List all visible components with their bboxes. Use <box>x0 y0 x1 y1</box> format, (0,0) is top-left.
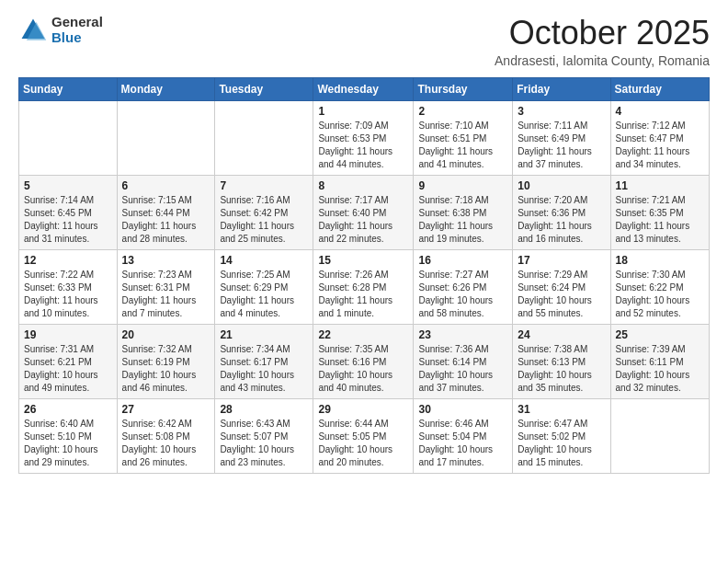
day-info: Sunrise: 7:22 AM Sunset: 6:33 PM Dayligh… <box>24 269 112 320</box>
day-info: Sunrise: 7:26 AM Sunset: 6:28 PM Dayligh… <box>318 269 408 320</box>
page: General Blue October 2025 Andrasesti, Ia… <box>0 0 728 563</box>
day-number: 22 <box>318 328 408 341</box>
day-info: Sunrise: 7:31 AM Sunset: 6:21 PM Dayligh… <box>24 343 112 395</box>
calendar-week-row: 1Sunrise: 7:09 AM Sunset: 6:53 PM Daylig… <box>19 100 710 175</box>
day-number: 5 <box>24 179 112 192</box>
day-info: Sunrise: 7:14 AM Sunset: 6:45 PM Dayligh… <box>24 194 112 246</box>
calendar-cell <box>117 100 215 175</box>
day-info: Sunrise: 7:29 AM Sunset: 6:24 PM Dayligh… <box>518 269 605 320</box>
logo-icon <box>18 16 48 45</box>
day-info: Sunrise: 7:27 AM Sunset: 6:26 PM Dayligh… <box>418 269 507 320</box>
day-number: 6 <box>122 179 210 192</box>
day-number: 21 <box>220 328 308 341</box>
day-info: Sunrise: 7:15 AM Sunset: 6:44 PM Dayligh… <box>122 194 210 246</box>
day-info: Sunrise: 7:16 AM Sunset: 6:42 PM Dayligh… <box>220 194 308 246</box>
day-info: Sunrise: 6:42 AM Sunset: 5:08 PM Dayligh… <box>122 418 210 469</box>
calendar-cell: 31Sunrise: 6:47 AM Sunset: 5:02 PM Dayli… <box>513 398 610 473</box>
calendar-cell: 16Sunrise: 7:27 AM Sunset: 6:26 PM Dayli… <box>414 249 513 324</box>
calendar-cell: 29Sunrise: 6:44 AM Sunset: 5:05 PM Dayli… <box>313 398 414 473</box>
calendar-cell: 10Sunrise: 7:20 AM Sunset: 6:36 PM Dayli… <box>513 175 610 249</box>
day-info: Sunrise: 6:46 AM Sunset: 5:04 PM Dayligh… <box>418 418 507 469</box>
day-info: Sunrise: 7:32 AM Sunset: 6:19 PM Dayligh… <box>122 343 210 395</box>
calendar-week-row: 12Sunrise: 7:22 AM Sunset: 6:33 PM Dayli… <box>19 249 710 324</box>
header-saturday: Saturday <box>610 77 709 100</box>
day-info: Sunrise: 7:09 AM Sunset: 6:53 PM Dayligh… <box>318 120 408 171</box>
calendar-cell: 28Sunrise: 6:43 AM Sunset: 5:07 PM Dayli… <box>215 398 313 473</box>
day-number: 15 <box>318 254 408 267</box>
day-number: 26 <box>24 403 112 416</box>
day-number: 18 <box>616 254 704 267</box>
calendar-cell <box>19 100 118 175</box>
day-number: 3 <box>518 105 605 118</box>
day-info: Sunrise: 7:17 AM Sunset: 6:40 PM Dayligh… <box>318 194 408 246</box>
calendar-cell: 1Sunrise: 7:09 AM Sunset: 6:53 PM Daylig… <box>313 100 414 175</box>
day-info: Sunrise: 7:39 AM Sunset: 6:11 PM Dayligh… <box>616 343 704 395</box>
day-info: Sunrise: 7:21 AM Sunset: 6:35 PM Dayligh… <box>616 194 704 246</box>
day-number: 4 <box>616 105 704 118</box>
day-number: 1 <box>318 105 408 118</box>
calendar-cell: 6Sunrise: 7:15 AM Sunset: 6:44 PM Daylig… <box>117 175 215 249</box>
day-number: 20 <box>122 328 210 341</box>
day-number: 2 <box>418 105 507 118</box>
day-number: 10 <box>518 179 605 192</box>
calendar-cell: 3Sunrise: 7:11 AM Sunset: 6:49 PM Daylig… <box>513 100 610 175</box>
calendar-cell: 2Sunrise: 7:10 AM Sunset: 6:51 PM Daylig… <box>414 100 513 175</box>
title-block: October 2025 Andrasesti, Ialomita County… <box>495 15 710 68</box>
day-number: 19 <box>24 328 112 341</box>
calendar-cell: 19Sunrise: 7:31 AM Sunset: 6:21 PM Dayli… <box>19 324 118 398</box>
calendar-cell: 20Sunrise: 7:32 AM Sunset: 6:19 PM Dayli… <box>117 324 215 398</box>
header-friday: Friday <box>513 77 610 100</box>
day-number: 16 <box>418 254 507 267</box>
calendar-cell: 12Sunrise: 7:22 AM Sunset: 6:33 PM Dayli… <box>19 249 118 324</box>
header-wednesday: Wednesday <box>313 77 414 100</box>
calendar-week-row: 26Sunrise: 6:40 AM Sunset: 5:10 PM Dayli… <box>19 398 710 473</box>
calendar-cell <box>215 100 313 175</box>
header-sunday: Sunday <box>19 77 118 100</box>
day-info: Sunrise: 7:12 AM Sunset: 6:47 PM Dayligh… <box>616 120 704 171</box>
calendar-cell: 25Sunrise: 7:39 AM Sunset: 6:11 PM Dayli… <box>610 324 709 398</box>
day-info: Sunrise: 7:11 AM Sunset: 6:49 PM Dayligh… <box>518 120 605 171</box>
logo-general-text: General <box>51 15 103 30</box>
calendar-cell: 21Sunrise: 7:34 AM Sunset: 6:17 PM Dayli… <box>215 324 313 398</box>
day-number: 24 <box>518 328 605 341</box>
calendar-cell: 23Sunrise: 7:36 AM Sunset: 6:14 PM Dayli… <box>414 324 513 398</box>
header-monday: Monday <box>117 77 215 100</box>
calendar-week-row: 19Sunrise: 7:31 AM Sunset: 6:21 PM Dayli… <box>19 324 710 398</box>
logo-blue-text: Blue <box>51 30 103 46</box>
day-number: 25 <box>616 328 704 341</box>
day-info: Sunrise: 7:34 AM Sunset: 6:17 PM Dayligh… <box>220 343 308 395</box>
day-info: Sunrise: 7:36 AM Sunset: 6:14 PM Dayligh… <box>418 343 507 395</box>
logo-text: General Blue <box>51 15 103 45</box>
day-number: 23 <box>418 328 507 341</box>
day-number: 7 <box>220 179 308 192</box>
day-number: 27 <box>122 403 210 416</box>
calendar-cell: 26Sunrise: 6:40 AM Sunset: 5:10 PM Dayli… <box>19 398 118 473</box>
calendar-cell: 13Sunrise: 7:23 AM Sunset: 6:31 PM Dayli… <box>117 249 215 324</box>
calendar-cell: 27Sunrise: 6:42 AM Sunset: 5:08 PM Dayli… <box>117 398 215 473</box>
day-info: Sunrise: 6:47 AM Sunset: 5:02 PM Dayligh… <box>518 418 605 469</box>
calendar-cell: 8Sunrise: 7:17 AM Sunset: 6:40 PM Daylig… <box>313 175 414 249</box>
day-info: Sunrise: 7:18 AM Sunset: 6:38 PM Dayligh… <box>418 194 507 246</box>
calendar-cell: 15Sunrise: 7:26 AM Sunset: 6:28 PM Dayli… <box>313 249 414 324</box>
day-number: 12 <box>24 254 112 267</box>
day-info: Sunrise: 7:30 AM Sunset: 6:22 PM Dayligh… <box>616 269 704 320</box>
header: General Blue October 2025 Andrasesti, Ia… <box>18 15 710 68</box>
calendar-cell: 14Sunrise: 7:25 AM Sunset: 6:29 PM Dayli… <box>215 249 313 324</box>
day-number: 31 <box>518 403 605 416</box>
day-number: 13 <box>122 254 210 267</box>
day-number: 28 <box>220 403 308 416</box>
day-info: Sunrise: 7:10 AM Sunset: 6:51 PM Dayligh… <box>418 120 507 171</box>
weekday-header-row: Sunday Monday Tuesday Wednesday Thursday… <box>19 77 710 100</box>
day-number: 17 <box>518 254 605 267</box>
day-info: Sunrise: 6:40 AM Sunset: 5:10 PM Dayligh… <box>24 418 112 469</box>
day-number: 8 <box>318 179 408 192</box>
calendar-cell: 22Sunrise: 7:35 AM Sunset: 6:16 PM Dayli… <box>313 324 414 398</box>
day-info: Sunrise: 7:38 AM Sunset: 6:13 PM Dayligh… <box>518 343 605 395</box>
calendar-cell: 5Sunrise: 7:14 AM Sunset: 6:45 PM Daylig… <box>19 175 118 249</box>
day-number: 29 <box>318 403 408 416</box>
header-thursday: Thursday <box>414 77 513 100</box>
day-info: Sunrise: 7:35 AM Sunset: 6:16 PM Dayligh… <box>318 343 408 395</box>
calendar-table: Sunday Monday Tuesday Wednesday Thursday… <box>18 77 710 474</box>
day-info: Sunrise: 6:44 AM Sunset: 5:05 PM Dayligh… <box>318 418 408 469</box>
day-number: 9 <box>418 179 507 192</box>
